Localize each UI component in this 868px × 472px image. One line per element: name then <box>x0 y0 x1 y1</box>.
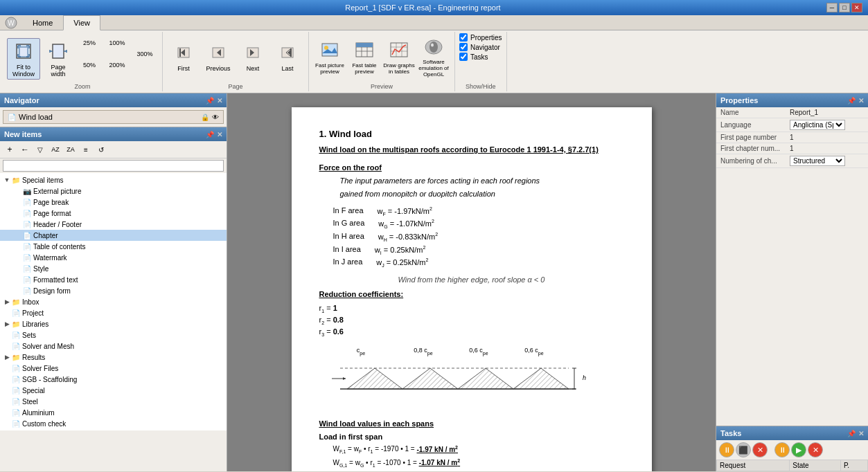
tree-item-external-picture[interactable]: ▷ 📷 External picture <box>0 185 227 197</box>
search-input[interactable] <box>3 160 224 172</box>
navigator-checkbox[interactable] <box>459 43 468 51</box>
tree-item-special-items[interactable]: ▼ 📁 Special items <box>0 174 227 185</box>
zoom-100-button[interactable]: 100% <box>104 33 130 53</box>
expander-special-items[interactable]: ▼ <box>3 176 11 184</box>
page-width-button[interactable]: Page width <box>42 38 75 80</box>
title-bar-title: Report_1 [SDF v ER.esa] - Engineering re… <box>19 3 826 12</box>
tree-item-watermark[interactable]: ▷ 📄 Watermark <box>0 252 227 263</box>
tree-item-solver-files[interactable]: ▷ 📄 Solver Files <box>0 363 227 374</box>
nav-lock-icon[interactable]: 🔒 <box>201 114 209 121</box>
refresh-button[interactable]: ↺ <box>94 143 108 156</box>
show-tasks[interactable]: Tasks <box>459 53 502 61</box>
page-nav-buttons: First Previous <box>167 33 304 90</box>
fit-to-window-button[interactable]: Fit to Window <box>7 38 40 80</box>
zoom-50-button[interactable]: 50% <box>76 55 103 75</box>
prop-value-name[interactable]: Report_1 <box>786 107 868 118</box>
center-panel[interactable]: 1. Wind load Wind load on the multispan … <box>227 93 716 471</box>
show-properties[interactable]: Properties <box>459 33 502 42</box>
prop-value-first-chapter[interactable]: 1 <box>786 143 868 154</box>
tree-item-inbox[interactable]: ▶ 📁 Inbox <box>0 296 227 307</box>
tasks-checkbox[interactable] <box>459 53 468 61</box>
new-items-close-icon[interactable]: ✕ <box>217 131 222 138</box>
quick-access[interactable]: W <box>0 15 22 30</box>
play-selected-button[interactable]: ▶ <box>791 442 806 457</box>
tree-item-style[interactable]: ▷ 📄 Style <box>0 263 227 274</box>
properties-close-icon[interactable]: ✕ <box>858 97 864 105</box>
tree-item-libraries[interactable]: ▶ 📁 Libraries <box>0 318 227 329</box>
software-emulation-button[interactable]: Software emulation of OpenGL <box>417 36 450 78</box>
draw-graphs-label: Draw graphs in tables <box>382 62 416 75</box>
tree-item-aluminium[interactable]: ▷ 📄 Aluminium <box>0 407 227 418</box>
first-label: First <box>177 65 190 72</box>
show-navigator[interactable]: Navigator <box>459 43 502 51</box>
properties-pin-icon[interactable]: 📌 <box>847 97 856 105</box>
prop-value-first-page[interactable]: 1 <box>786 132 868 143</box>
list-button[interactable]: ≡ <box>79 143 93 156</box>
add-button[interactable]: + <box>3 143 17 156</box>
preview-group-label: Preview <box>309 83 454 90</box>
stop-all-button[interactable]: ⬛ <box>736 442 751 457</box>
tree-item-special[interactable]: ▷ 📄 Special <box>0 385 227 396</box>
expander-inbox[interactable]: ▶ <box>3 298 11 306</box>
reduction-title: Reduction coefficients: <box>319 289 624 300</box>
label-results: Results <box>22 354 45 361</box>
tree-item-sgb[interactable]: ▷ 📄 SGB - Scaffolding <box>0 374 227 385</box>
nav-eye-icon[interactable]: 👁 <box>212 114 219 121</box>
tree-item-solver-mesh[interactable]: ▷ 📄 Solver and Mesh <box>0 341 227 352</box>
properties-checkbox[interactable] <box>459 33 468 42</box>
new-items-pin-icon[interactable]: 📌 <box>206 131 214 138</box>
fast-table-button[interactable]: Fast table preview <box>348 36 381 78</box>
pause-all-button[interactable]: ⏸ <box>719 442 734 457</box>
tab-home[interactable]: Home <box>22 15 63 30</box>
navigator-close-icon[interactable]: ✕ <box>217 97 222 105</box>
show-hide-items: Properties Navigator Tasks <box>459 33 502 71</box>
tab-view[interactable]: View <box>63 15 100 30</box>
svg-text:cpe: cpe <box>356 347 364 356</box>
tree-item-header-footer[interactable]: ▷ 📄 Header / Footer <box>0 219 227 230</box>
tree-item-custom-check[interactable]: ▷ 📄 Custom check <box>0 418 227 429</box>
minimize-button[interactable]: ─ <box>826 3 838 12</box>
tree-item-steel[interactable]: ▷ 📄 Steel <box>0 396 227 407</box>
svg-point-31 <box>429 42 438 53</box>
pause-selected-button[interactable]: ⏸ <box>774 442 790 457</box>
navigator-pin-icon[interactable]: 📌 <box>206 97 214 105</box>
close-button[interactable]: ✕ <box>851 3 862 12</box>
tree-item-chapter[interactable]: ▷ 📄 Chapter <box>0 230 227 241</box>
zoom-200-button[interactable]: 200% <box>104 55 130 75</box>
zoom-25-button[interactable]: 25% <box>76 33 103 53</box>
tree-item-project[interactable]: ▷ 📄 Project <box>0 307 227 318</box>
maximize-button[interactable]: □ <box>839 3 850 12</box>
next-page-button[interactable]: Next <box>236 36 269 78</box>
numbering-select[interactable]: Structured <box>790 156 845 166</box>
item-icon-page-format: 📄 <box>22 208 32 218</box>
tree-item-page-break[interactable]: ▷ 📄 Page break <box>0 197 227 208</box>
sort-za-button[interactable]: ZA <box>64 143 78 156</box>
draw-graphs-button[interactable]: Draw graphs in tables <box>382 36 416 78</box>
language-select[interactable]: Anglictina (Spo <box>790 120 845 130</box>
cancel-all-button[interactable]: ✕ <box>752 442 768 457</box>
tasks-close-icon[interactable]: ✕ <box>858 430 864 437</box>
stop-selected-button[interactable]: ✕ <box>808 442 823 457</box>
previous-page-button[interactable]: Previous <box>202 36 235 78</box>
tasks-col-request: Request <box>717 460 790 471</box>
expander-results[interactable]: ▶ <box>3 353 11 361</box>
expander-libraries[interactable]: ▶ <box>3 320 11 328</box>
tree-item-design-form[interactable]: ▷ 📄 Design form <box>0 285 227 296</box>
ribbon-group-preview: Fast picture preview Fast table pr <box>309 32 455 91</box>
tree-item-formatted-text[interactable]: ▷ 📄 Formatted text <box>0 274 227 285</box>
navigator-item-wind-load[interactable]: 📄 Wind load 🔒 👁 <box>3 110 224 124</box>
tasks-pin-icon[interactable]: 📌 <box>847 430 856 437</box>
zoom-300-button[interactable]: 300% <box>132 44 158 64</box>
tree-item-toc[interactable]: ▷ 📄 Table of contents <box>0 241 227 252</box>
tree-item-page-format[interactable]: ▷ 📄 Page format <box>0 208 227 219</box>
filter-button[interactable]: ▽ <box>33 143 47 156</box>
tree-item-sets[interactable]: ▷ 📄 Sets <box>0 329 227 341</box>
back-button[interactable]: ← <box>18 143 32 156</box>
last-page-button[interactable]: Last <box>271 36 304 78</box>
label-steel: Steel <box>22 398 38 406</box>
sort-az-button[interactable]: AZ <box>48 143 62 156</box>
document-scroll[interactable]: 1. Wind load Wind load on the multispan … <box>227 93 716 471</box>
fast-picture-button[interactable]: Fast picture preview <box>313 36 346 78</box>
first-page-button[interactable]: First <box>167 36 200 78</box>
tree-item-results[interactable]: ▶ 📁 Results <box>0 352 227 363</box>
